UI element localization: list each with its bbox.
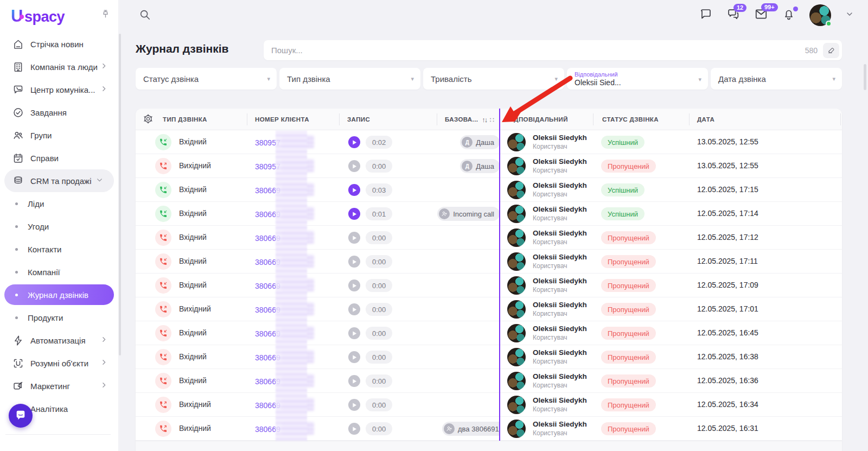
responsible-name[interactable]: Oleksii Siedykh <box>533 396 587 404</box>
client-phone-link[interactable]: 380669 <box>255 209 314 220</box>
sidebar-item-центр-комуніка[interactable]: Центр комуніка... <box>0 78 118 101</box>
user-avatar[interactable] <box>809 4 831 26</box>
sidebar-subitem-продукти[interactable]: Продукти <box>0 306 118 329</box>
responsible-avatar[interactable] <box>507 420 526 438</box>
linked-contact-chip[interactable]: Incoming call <box>437 207 500 221</box>
client-phone-link[interactable]: 380669 <box>255 257 314 268</box>
client-phone-link[interactable]: 380669 <box>255 185 314 196</box>
responsible-name[interactable]: Oleksii Siedykh <box>533 301 587 309</box>
column-header-2[interactable]: НОМЕР КЛІЄНТА <box>255 109 309 130</box>
pin-sidebar-icon[interactable] <box>100 9 111 21</box>
client-phone-link[interactable]: 380669 <box>255 424 314 435</box>
client-phone-link[interactable]: 380669 <box>255 400 314 411</box>
play-recording-button[interactable] <box>348 399 360 411</box>
responsible-name[interactable]: Oleksii Siedykh <box>533 420 587 428</box>
responsible-avatar[interactable] <box>507 396 526 414</box>
column-resize-indicator[interactable] <box>499 109 500 441</box>
client-phone-link[interactable]: 380669 <box>255 328 314 339</box>
play-recording-button[interactable] <box>348 375 360 387</box>
table-row[interactable]: Вхідний 380669 0:00 Oleksii Siedykh Кори… <box>136 250 842 274</box>
play-recording-button[interactable] <box>348 327 360 339</box>
clear-search-icon[interactable] <box>823 43 839 58</box>
column-header-7[interactable]: ДАТА <box>697 109 714 130</box>
sidebar-subitem-контакти[interactable]: Контакти <box>0 238 118 261</box>
play-recording-button[interactable] <box>348 351 360 363</box>
sidebar-item-справи[interactable]: Справи <box>0 147 118 169</box>
table-row[interactable]: Вихідний 380669 0:00 Oleksii Siedykh Кор… <box>136 297 842 321</box>
sidebar-item-компанія-та-люди[interactable]: Компанія та люди <box>0 55 118 78</box>
global-search-icon[interactable] <box>139 9 151 23</box>
table-row[interactable]: Вихідний 380669 0:00 Oleksii Siedykh Кор… <box>136 393 842 417</box>
sidebar-item-групи[interactable]: Групи <box>0 124 118 147</box>
sidebar-subitem-ліди[interactable]: Ліди <box>0 192 118 215</box>
column-header-3[interactable]: ЗАПИС <box>347 109 370 130</box>
play-recording-button[interactable] <box>348 208 360 220</box>
table-row[interactable]: Вхідний 380669 0:00 Oleksii Siedykh Кори… <box>136 369 842 393</box>
sidebar-subitem-компанії[interactable]: Компанії <box>0 261 118 283</box>
filter-відповідальний[interactable]: ВідповідальнийOleksii Sied...▾ <box>567 68 708 90</box>
filter-тривалість[interactable]: Тривалість▾ <box>423 68 564 90</box>
responsible-name[interactable]: Oleksii Siedykh <box>533 372 587 380</box>
sidebar-item-розумні-об-єкти[interactable]: Розумні об'єкти <box>0 352 118 374</box>
responsible-name[interactable]: Oleksii Siedykh <box>533 229 587 237</box>
responsible-avatar[interactable] <box>507 300 526 319</box>
sidebar-item-маркетинг[interactable]: Маркетинг <box>0 374 118 397</box>
sidebar-item-crm-та-продажі[interactable]: CRM та продажі <box>4 169 114 192</box>
linked-contact-chip[interactable]: два 38066918 <box>442 422 500 436</box>
responsible-avatar[interactable] <box>507 133 526 151</box>
table-row[interactable]: Вихідний 380957 0:00 Д Даша Oleksii Sied… <box>136 154 842 178</box>
responsible-avatar[interactable] <box>507 181 526 199</box>
responsible-name[interactable]: Oleksii Siedykh <box>533 181 587 189</box>
responsible-avatar[interactable] <box>507 372 526 390</box>
page-scrollbar[interactable] <box>864 64 866 90</box>
client-phone-link[interactable]: 380669 <box>255 352 314 363</box>
sidebar-item-стрічка-новин[interactable]: Стрічка новин <box>0 33 118 55</box>
sidebar-scrollbar[interactable] <box>119 34 121 355</box>
play-recording-button[interactable] <box>348 423 360 435</box>
client-phone-link[interactable]: 380957 <box>255 161 314 172</box>
table-settings-gear-icon[interactable] <box>143 113 154 126</box>
sidebar-subitem-журнал-дзвінків[interactable]: Журнал дзвінків <box>4 284 114 305</box>
drag-handle-icon[interactable]: ⸬ <box>490 116 493 123</box>
support-chat-button[interactable] <box>9 404 33 428</box>
play-recording-button[interactable] <box>348 280 360 291</box>
filter-тип-дзвінка[interactable]: Тип дзвінка▾ <box>279 68 420 90</box>
uspacy-logo[interactable]: Uspacy <box>11 7 65 26</box>
linked-contact-chip[interactable]: Д Даша <box>460 135 500 149</box>
table-row[interactable]: Вхідний 380669 0:00 Oleksii Siedykh Кори… <box>136 226 842 250</box>
play-recording-button[interactable] <box>348 303 360 315</box>
table-row[interactable]: Вхідний 380669 0:00 Oleksii Siedykh Кори… <box>136 321 842 345</box>
sort-arrows-icon[interactable]: ↑↓ <box>482 116 487 124</box>
filter-статус-дзвінка[interactable]: Статус дзвінка▾ <box>136 68 277 90</box>
responsible-name[interactable]: Oleksii Siedykh <box>533 134 587 142</box>
play-recording-button[interactable] <box>348 256 360 268</box>
linked-contact-chip[interactable]: Д Даша <box>460 159 500 173</box>
responsible-name[interactable]: Oleksii Siedykh <box>533 157 587 166</box>
table-row[interactable]: Вхідний 380669 0:03 Oleksii Siedykh Кори… <box>136 178 842 202</box>
responsible-avatar[interactable] <box>507 348 526 366</box>
play-recording-button[interactable] <box>348 136 360 148</box>
table-row[interactable]: Вхідний 380669 0:00 Oleksii Siedykh Кори… <box>136 345 842 369</box>
responsible-avatar[interactable] <box>507 228 526 247</box>
table-row[interactable]: Вхідний 380669 0:01 Incoming call Oleksi… <box>136 202 842 226</box>
filter-дата-дзвінка[interactable]: Дата дзвінка▾ <box>711 68 842 90</box>
column-header-6[interactable]: СТАТУС ДЗВІНКА <box>602 109 659 130</box>
client-phone-link[interactable]: 380669 <box>255 233 314 244</box>
sidebar-item-завдання[interactable]: Завдання <box>0 101 118 124</box>
responsible-avatar[interactable] <box>507 252 526 271</box>
client-phone-link[interactable]: 380669 <box>255 376 314 387</box>
play-recording-button[interactable] <box>348 160 360 172</box>
profile-menu-chevron-icon[interactable] <box>845 10 854 21</box>
sidebar-item-автоматизація[interactable]: Автоматизація <box>0 329 118 352</box>
column-header-1[interactable]: ТИП ДЗВІНКА <box>163 109 207 130</box>
responsible-name[interactable]: Oleksii Siedykh <box>533 325 587 333</box>
responsible-name[interactable]: Oleksii Siedykh <box>533 205 587 213</box>
mail-icon[interactable]: 99+ <box>754 7 768 23</box>
play-recording-button[interactable] <box>348 232 360 244</box>
responsible-name[interactable]: Oleksii Siedykh <box>533 348 587 357</box>
responsible-avatar[interactable] <box>507 205 526 223</box>
search-input[interactable] <box>264 46 805 55</box>
sidebar-subitem-угоди[interactable]: Угоди <box>0 215 118 238</box>
feedback-chat-icon[interactable] <box>699 8 712 23</box>
notifications-bell-icon[interactable] <box>782 8 795 23</box>
